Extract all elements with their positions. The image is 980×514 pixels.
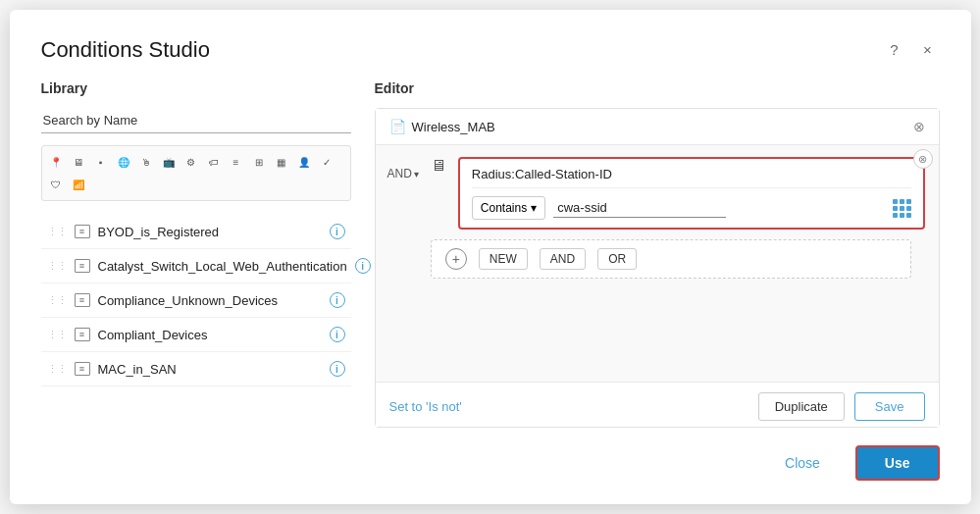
and-button[interactable]: AND — [540, 248, 586, 270]
item-label: Compliant_Devices — [98, 328, 322, 342]
condition-file-icon: 📄 — [389, 119, 406, 134]
settings-icon[interactable]: ⚙ — [181, 152, 201, 172]
search-input[interactable] — [41, 108, 351, 133]
add-condition-row: + NEW AND OR — [431, 239, 911, 279]
info-icon[interactable]: i — [330, 361, 345, 377]
monitor-icon[interactable]: 🖱 — [136, 152, 156, 172]
operator-select[interactable]: Contains ▾ — [472, 196, 545, 220]
condition-name: Wireless_MAB — [412, 120, 495, 134]
condition-row-wrapper: 🖥 ⊗ Radius:Called-Station-ID Contains ▾ — [431, 157, 925, 230]
list-icon[interactable]: ≡ — [227, 152, 246, 172]
editor-action-buttons: Duplicate Save — [758, 392, 925, 421]
table-icon[interactable]: ▦ — [272, 152, 291, 172]
new-button[interactable]: NEW — [479, 248, 528, 270]
item-label: MAC_in_SAN — [98, 362, 322, 377]
add-condition-button[interactable]: + — [445, 248, 467, 270]
condition-close-button[interactable]: ⊗ — [913, 149, 933, 169]
drag-handle[interactable]: ⋮⋮ — [47, 261, 67, 272]
item-file-icon: ≡ — [75, 225, 90, 238]
and-label: AND — [387, 167, 412, 180]
grid-dot — [900, 213, 904, 218]
help-button[interactable]: ? — [883, 37, 906, 61]
operator-value: Contains — [481, 201, 527, 215]
conditions-studio-dialog: Conditions Studio ? × Library 📍 🖥 ▪ 🌐 🖱 — [10, 10, 971, 504]
close-dialog-button[interactable]: × — [916, 37, 940, 61]
value-input[interactable] — [553, 198, 726, 218]
use-button[interactable]: Use — [855, 445, 940, 481]
editor-body: AND ▾ 🖥 ⊗ Radius:Called-Station-ID — [376, 145, 939, 382]
user-icon[interactable]: 👤 — [294, 152, 314, 172]
item-label: Compliance_Unknown_Devices — [98, 293, 322, 308]
grid-dot — [893, 199, 898, 204]
monitor-icon: 🖥 — [431, 157, 446, 175]
location-icon[interactable]: 📍 — [46, 152, 66, 172]
info-icon[interactable]: i — [330, 327, 345, 342]
info-icon[interactable]: i — [330, 224, 345, 239]
editor-header-bar: 📄 Wireless_MAB ⊗ — [376, 109, 939, 145]
drag-handle[interactable]: ⋮⋮ — [47, 295, 67, 306]
duplicate-button[interactable]: Duplicate — [758, 392, 845, 421]
drag-handle[interactable]: ⋮⋮ — [47, 364, 67, 375]
drag-handle[interactable]: ⋮⋮ — [47, 227, 67, 237]
editor-panel: Editor 📄 Wireless_MAB ⊗ AND — [375, 80, 940, 428]
grid-dot — [906, 206, 911, 211]
close-button[interactable]: Close — [763, 447, 842, 479]
dialog-header: Conditions Studio ? × — [41, 37, 940, 63]
editor-content: 📄 Wireless_MAB ⊗ AND ▾ — [375, 108, 940, 428]
conditions-column: 🖥 ⊗ Radius:Called-Station-ID Contains ▾ — [431, 157, 939, 370]
library-list: ⋮⋮ ≡ BYOD_is_Registered i ⋮⋮ ≡ Catalyst_… — [41, 215, 351, 386]
tag-icon[interactable]: 🏷 — [204, 152, 224, 172]
condition-block: ⊗ Radius:Called-Station-ID Contains ▾ — [458, 157, 925, 230]
search-container — [41, 108, 351, 133]
grid-icon[interactable]: ⊞ — [249, 152, 269, 172]
or-button[interactable]: OR — [597, 248, 637, 270]
item-file-icon: ≡ — [75, 328, 90, 341]
chevron-down-icon: ▾ — [414, 169, 419, 180]
dialog-title: Conditions Studio — [41, 37, 210, 63]
grid-menu-icon[interactable] — [893, 199, 911, 218]
check-icon[interactable]: ✓ — [317, 152, 336, 172]
dialog-footer: Close Use — [41, 428, 940, 481]
list-item[interactable]: ⋮⋮ ≡ Compliance_Unknown_Devices i — [41, 283, 351, 318]
list-item[interactable]: ⋮⋮ ≡ Compliant_Devices i — [41, 318, 351, 352]
desktop-icon[interactable]: 🖥 — [69, 152, 88, 172]
globe-icon[interactable]: 🌐 — [114, 152, 133, 172]
info-icon[interactable]: i — [355, 258, 371, 274]
grid-dot — [900, 206, 904, 211]
editor-close-icon[interactable]: ⊗ — [913, 119, 925, 134]
and-badge[interactable]: AND ▾ — [387, 167, 419, 180]
condition-controls: Contains ▾ — [472, 196, 911, 220]
condition-attribute: Radius:Called-Station-ID — [472, 167, 911, 188]
save-button[interactable]: Save — [854, 392, 925, 421]
editor-footer: Set to 'Is not' Duplicate Save — [376, 382, 939, 427]
grid-dot — [906, 199, 911, 204]
library-panel: Library 📍 🖥 ▪ 🌐 🖱 📺 ⚙ 🏷 ≡ ⊞ ▦ 👤 ✓ 🛡 — [41, 80, 375, 428]
grid-dot — [900, 199, 904, 204]
chevron-down-icon: ▾ — [531, 201, 537, 215]
info-icon[interactable]: i — [330, 292, 345, 308]
list-item[interactable]: ⋮⋮ ≡ Catalyst_Switch_Local_Web_Authentic… — [41, 249, 351, 283]
wifi-icon[interactable]: 📶 — [69, 175, 88, 194]
close-icon: × — [923, 41, 932, 58]
editor-title: Editor — [375, 80, 940, 96]
list-item[interactable]: ⋮⋮ ≡ MAC_in_SAN i — [41, 352, 351, 386]
item-file-icon: ≡ — [75, 259, 90, 273]
item-label: BYOD_is_Registered — [98, 225, 322, 239]
header-actions: ? × — [883, 37, 940, 61]
help-icon: ? — [890, 41, 898, 58]
grid-dot — [893, 213, 898, 218]
shield-icon[interactable]: 🛡 — [46, 175, 66, 194]
grid-dot — [906, 213, 911, 218]
content-area: Library 📍 🖥 ▪ 🌐 🖱 📺 ⚙ 🏷 ≡ ⊞ ▦ 👤 ✓ 🛡 — [41, 80, 940, 428]
square-icon[interactable]: ▪ — [91, 152, 111, 172]
library-title: Library — [41, 80, 351, 96]
filter-toolbar: 📍 🖥 ▪ 🌐 🖱 📺 ⚙ 🏷 ≡ ⊞ ▦ 👤 ✓ 🛡 📶 — [41, 145, 351, 201]
list-item[interactable]: ⋮⋮ ≡ BYOD_is_Registered i — [41, 215, 351, 249]
drag-handle[interactable]: ⋮⋮ — [47, 330, 67, 340]
display-icon[interactable]: 📺 — [159, 152, 179, 172]
and-label-column: AND ▾ — [376, 157, 431, 370]
set-isnot-link[interactable]: Set to 'Is not' — [389, 399, 462, 414]
item-file-icon: ≡ — [75, 293, 90, 307]
grid-dot — [893, 206, 898, 211]
item-file-icon: ≡ — [75, 362, 90, 376]
